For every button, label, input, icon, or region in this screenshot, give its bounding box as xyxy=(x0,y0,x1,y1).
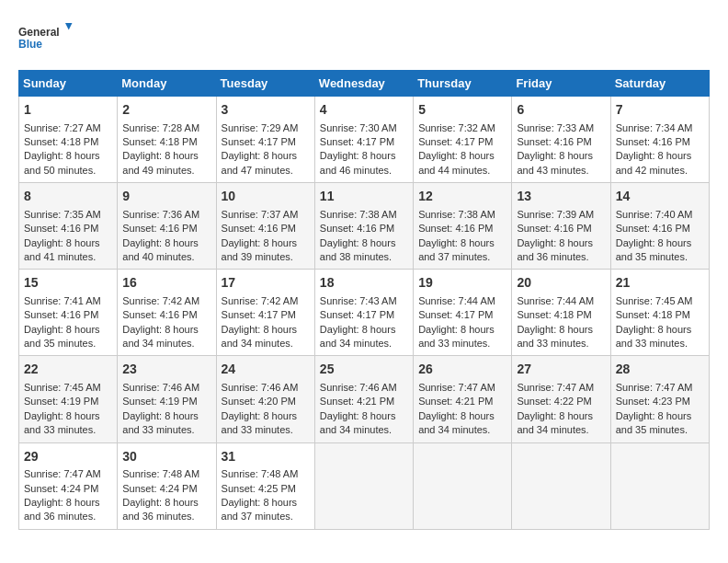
sunrise-text: Sunrise: 7:40 AM xyxy=(616,209,693,220)
day-header-sunday: Sunday xyxy=(19,71,118,97)
day-number: 22 xyxy=(24,361,112,379)
sunrise-text: Sunrise: 7:27 AM xyxy=(24,122,101,133)
calendar-cell: 30Sunrise: 7:48 AMSunset: 4:24 PMDayligh… xyxy=(118,442,216,529)
calendar-cell: 6Sunrise: 7:33 AMSunset: 4:16 PMDaylight… xyxy=(512,97,610,183)
sunrise-text: Sunrise: 7:44 AM xyxy=(517,295,594,306)
day-number: 5 xyxy=(418,101,506,120)
sunrise-text: Sunrise: 7:36 AM xyxy=(122,209,199,220)
day-number: 30 xyxy=(122,448,210,466)
sunset-text: Sunset: 4:17 PM xyxy=(418,309,493,320)
daylight-text: Daylight: 8 hours and 34 minutes. xyxy=(222,324,298,349)
sunrise-text: Sunrise: 7:34 AM xyxy=(616,122,693,133)
calendar-cell: 19Sunrise: 7:44 AMSunset: 4:17 PMDayligh… xyxy=(414,270,512,356)
day-number: 26 xyxy=(418,361,506,379)
day-number: 2 xyxy=(122,101,210,120)
daylight-text: Daylight: 8 hours and 47 minutes. xyxy=(222,150,298,175)
day-number: 15 xyxy=(24,274,112,293)
daylight-text: Daylight: 8 hours and 44 minutes. xyxy=(418,150,495,175)
sunrise-text: Sunrise: 7:38 AM xyxy=(320,209,397,220)
sunset-text: Sunset: 4:24 PM xyxy=(24,483,98,494)
sunrise-text: Sunrise: 7:42 AM xyxy=(122,295,199,306)
day-number: 14 xyxy=(616,188,704,206)
sunrise-text: Sunrise: 7:43 AM xyxy=(320,295,397,306)
calendar-table: SundayMondayTuesdayWednesdayThursdayFrid… xyxy=(18,70,710,530)
sunset-text: Sunset: 4:21 PM xyxy=(418,396,493,407)
sunrise-text: Sunrise: 7:39 AM xyxy=(517,209,594,220)
calendar-cell xyxy=(414,442,512,529)
daylight-text: Daylight: 8 hours and 49 minutes. xyxy=(122,150,199,175)
sunrise-text: Sunrise: 7:45 AM xyxy=(616,295,693,306)
calendar-cell: 15Sunrise: 7:41 AMSunset: 4:16 PMDayligh… xyxy=(19,270,118,356)
week-row-3: 15Sunrise: 7:41 AMSunset: 4:16 PMDayligh… xyxy=(19,270,710,356)
day-number: 4 xyxy=(320,101,408,120)
sunrise-text: Sunrise: 7:42 AM xyxy=(222,295,299,306)
daylight-text: Daylight: 8 hours and 34 minutes. xyxy=(122,324,199,349)
week-row-5: 29Sunrise: 7:47 AMSunset: 4:24 PMDayligh… xyxy=(19,442,710,529)
sunset-text: Sunset: 4:17 PM xyxy=(320,309,394,320)
sunset-text: Sunset: 4:18 PM xyxy=(122,136,197,147)
day-number: 13 xyxy=(517,188,605,206)
logo-svg: General Blue xyxy=(18,18,74,55)
day-header-saturday: Saturday xyxy=(610,71,709,97)
sunrise-text: Sunrise: 7:46 AM xyxy=(122,382,199,393)
days-header-row: SundayMondayTuesdayWednesdayThursdayFrid… xyxy=(19,71,710,97)
calendar-cell: 21Sunrise: 7:45 AMSunset: 4:18 PMDayligh… xyxy=(610,270,709,356)
day-number: 19 xyxy=(418,274,506,293)
daylight-text: Daylight: 8 hours and 42 minutes. xyxy=(616,150,692,175)
svg-marker-2 xyxy=(65,23,73,30)
week-row-1: 1Sunrise: 7:27 AMSunset: 4:18 PMDaylight… xyxy=(19,97,710,183)
day-number: 24 xyxy=(222,361,310,379)
day-header-tuesday: Tuesday xyxy=(216,71,314,97)
svg-text:General: General xyxy=(18,26,60,39)
day-header-thursday: Thursday xyxy=(414,71,512,97)
day-number: 23 xyxy=(122,361,210,379)
sunrise-text: Sunrise: 7:47 AM xyxy=(418,382,495,393)
day-number: 6 xyxy=(517,101,605,120)
day-number: 20 xyxy=(517,274,605,293)
sunrise-text: Sunrise: 7:37 AM xyxy=(222,209,299,220)
daylight-text: Daylight: 8 hours and 35 minutes. xyxy=(616,237,692,262)
daylight-text: Daylight: 8 hours and 46 minutes. xyxy=(320,150,396,175)
daylight-text: Daylight: 8 hours and 50 minutes. xyxy=(24,150,100,175)
sunrise-text: Sunrise: 7:45 AM xyxy=(24,382,101,393)
sunset-text: Sunset: 4:17 PM xyxy=(320,136,394,147)
sunset-text: Sunset: 4:17 PM xyxy=(418,136,493,147)
day-number: 17 xyxy=(222,274,310,293)
sunset-text: Sunset: 4:16 PM xyxy=(24,309,98,320)
day-number: 12 xyxy=(418,188,506,206)
calendar-cell: 3Sunrise: 7:29 AMSunset: 4:17 PMDaylight… xyxy=(216,97,314,183)
daylight-text: Daylight: 8 hours and 40 minutes. xyxy=(122,237,199,262)
daylight-text: Daylight: 8 hours and 35 minutes. xyxy=(24,324,100,349)
sunset-text: Sunset: 4:16 PM xyxy=(517,223,591,234)
sunrise-text: Sunrise: 7:30 AM xyxy=(320,122,397,133)
sunset-text: Sunset: 4:20 PM xyxy=(222,396,296,407)
day-header-friday: Friday xyxy=(512,71,610,97)
day-number: 10 xyxy=(222,188,310,206)
day-number: 9 xyxy=(122,188,210,206)
sunset-text: Sunset: 4:16 PM xyxy=(122,309,197,320)
calendar-cell: 8Sunrise: 7:35 AMSunset: 4:16 PMDaylight… xyxy=(19,183,118,270)
sunrise-text: Sunrise: 7:48 AM xyxy=(122,468,199,479)
sunrise-text: Sunrise: 7:48 AM xyxy=(222,468,299,479)
day-number: 18 xyxy=(320,274,408,293)
daylight-text: Daylight: 8 hours and 41 minutes. xyxy=(24,237,100,262)
sunset-text: Sunset: 4:24 PM xyxy=(122,483,197,494)
daylight-text: Daylight: 8 hours and 37 minutes. xyxy=(418,237,495,262)
daylight-text: Daylight: 8 hours and 33 minutes. xyxy=(222,410,298,435)
sunrise-text: Sunrise: 7:46 AM xyxy=(222,382,299,393)
sunset-text: Sunset: 4:16 PM xyxy=(122,223,197,234)
day-number: 1 xyxy=(24,101,112,120)
sunset-text: Sunset: 4:23 PM xyxy=(616,396,690,407)
calendar-cell: 7Sunrise: 7:34 AMSunset: 4:16 PMDaylight… xyxy=(610,97,709,183)
sunset-text: Sunset: 4:18 PM xyxy=(517,309,591,320)
sunset-text: Sunset: 4:22 PM xyxy=(517,396,591,407)
sunrise-text: Sunrise: 7:33 AM xyxy=(517,122,594,133)
sunrise-text: Sunrise: 7:44 AM xyxy=(418,295,495,306)
daylight-text: Daylight: 8 hours and 33 minutes. xyxy=(418,324,495,349)
daylight-text: Daylight: 8 hours and 33 minutes. xyxy=(616,324,692,349)
daylight-text: Daylight: 8 hours and 35 minutes. xyxy=(616,410,692,435)
calendar-cell xyxy=(610,442,709,529)
sunset-text: Sunset: 4:16 PM xyxy=(320,223,394,234)
sunset-text: Sunset: 4:21 PM xyxy=(320,396,394,407)
calendar-cell: 22Sunrise: 7:45 AMSunset: 4:19 PMDayligh… xyxy=(19,356,118,442)
